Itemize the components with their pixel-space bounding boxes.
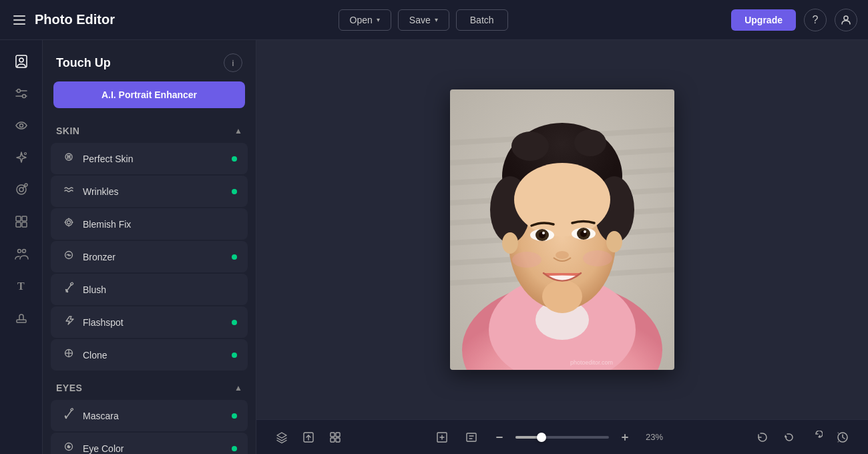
fit-screen-button[interactable] [430, 425, 454, 449]
tool-mascara[interactable]: Mascara [51, 400, 248, 431]
open-button[interactable]: Open ▾ [339, 9, 391, 31]
zoom-out-button[interactable] [489, 427, 510, 448]
upgrade-button[interactable]: Upgrade [731, 9, 796, 31]
clone-icon [61, 347, 76, 363]
actual-size-button[interactable] [459, 425, 483, 449]
svg-point-13 [25, 184, 27, 186]
svg-point-74 [583, 250, 612, 266]
redo-button[interactable] [804, 425, 828, 449]
svg-point-75 [502, 232, 518, 254]
svg-point-19 [17, 250, 21, 253]
menu-icon[interactable] [11, 13, 28, 27]
zoom-in-button[interactable] [614, 427, 636, 448]
grid-view-button[interactable] [323, 425, 347, 449]
svg-point-60 [574, 130, 606, 156]
svg-point-20 [22, 250, 25, 253]
tool-clone[interactable]: Clone [51, 339, 248, 371]
bottom-left-tools [270, 425, 347, 449]
undo-button[interactable] [777, 425, 801, 449]
sidebar-icon-target[interactable] [8, 176, 35, 203]
svg-rect-81 [336, 433, 340, 437]
svg-rect-16 [22, 216, 27, 221]
svg-rect-80 [331, 433, 335, 437]
svg-text:T: T [17, 280, 25, 292]
svg-point-43 [69, 445, 71, 447]
tool-blemish-fix[interactable]: Blemish Fix [51, 208, 248, 240]
svg-line-14 [23, 186, 25, 188]
sidebar-icon-adjustments[interactable] [8, 80, 35, 107]
zoom-slider[interactable] [515, 436, 609, 439]
svg-point-31 [68, 254, 70, 256]
layers-button[interactable] [270, 425, 294, 449]
svg-point-63 [514, 163, 610, 236]
batch-button[interactable]: Batch [456, 9, 508, 31]
topbar-right: Upgrade ? [731, 9, 857, 31]
svg-point-0 [844, 16, 848, 20]
wrinkles-dot [232, 189, 237, 194]
tool-wrinkles[interactable]: Wrinkles [51, 176, 248, 207]
svg-point-73 [512, 252, 541, 268]
bottom-center-zoom: 23% [430, 425, 668, 449]
sidebar-icon-text[interactable]: T [8, 272, 35, 299]
blush-label: Blush [83, 284, 106, 295]
perfect-skin-dot [232, 156, 237, 162]
svg-point-59 [511, 132, 549, 161]
flashspot-icon [61, 314, 76, 330]
open-chevron-icon: ▾ [377, 16, 380, 23]
svg-rect-82 [331, 438, 335, 442]
flashspot-label: Flashspot [83, 317, 124, 328]
svg-text:photoeditor.com: photoeditor.com [570, 359, 613, 366]
photo-canvas: photoeditor.com [450, 89, 674, 370]
skin-section-header[interactable]: Skin ▲ [43, 119, 256, 142]
svg-point-9 [19, 124, 23, 128]
perfect-skin-icon [61, 151, 76, 166]
sidebar-icon-layout[interactable] [8, 208, 35, 235]
panel-header: Touch Up i [43, 40, 256, 81]
wrinkles-label: Wrinkles [83, 186, 118, 197]
tool-flashspot[interactable]: Flashspot [51, 306, 248, 338]
svg-point-71 [584, 230, 586, 233]
topbar-center: Open ▾ Save ▾ Batch [115, 9, 731, 31]
eyes-section-header[interactable]: Eyes ▲ [43, 376, 256, 399]
bottom-bar: 23% [256, 419, 868, 454]
tool-bronzer[interactable]: Bronzer [51, 241, 248, 272]
export-button[interactable] [296, 425, 320, 449]
blemish-fix-label: Blemish Fix [83, 219, 131, 230]
svg-rect-15 [16, 216, 21, 221]
save-button[interactable]: Save ▾ [398, 9, 449, 31]
tool-eye-color[interactable]: Eye Color [51, 433, 248, 454]
bronzer-label: Bronzer [83, 252, 116, 262]
eyes-section-title: Eyes [56, 383, 82, 393]
svg-rect-34 [70, 282, 73, 286]
sidebar-icon-sparkle[interactable] [8, 144, 35, 171]
sidebar-icon-portrait[interactable] [8, 48, 35, 75]
blemish-fix-icon [61, 216, 76, 232]
svg-rect-83 [336, 438, 340, 442]
svg-point-57 [542, 280, 582, 313]
save-chevron-icon: ▾ [435, 16, 438, 23]
eye-color-icon [61, 441, 76, 454]
svg-rect-22 [17, 320, 26, 322]
sidebar-icon-stamp[interactable] [8, 304, 35, 331]
photo-image: photoeditor.com [450, 89, 674, 370]
panel-info-icon[interactable]: i [224, 53, 242, 72]
app-title: Photo Editor [35, 12, 115, 27]
canvas-main[interactable]: photoeditor.com [256, 40, 868, 419]
svg-point-25 [67, 221, 71, 224]
sidebar-icon-eye[interactable] [8, 112, 35, 139]
tool-perfect-skin[interactable]: Perfect Skin [51, 143, 248, 174]
bronzer-dot [232, 254, 237, 260]
svg-rect-85 [467, 433, 476, 441]
eye-color-dot [232, 446, 237, 451]
svg-rect-17 [16, 222, 21, 227]
ai-portrait-button[interactable]: A.I. Portrait Enhancer [53, 81, 245, 108]
account-icon[interactable] [835, 9, 857, 31]
sidebar-icon-people[interactable] [8, 240, 35, 267]
svg-line-33 [66, 290, 67, 292]
wrinkles-icon [61, 184, 76, 199]
history-button[interactable] [831, 425, 855, 449]
tool-blush[interactable]: Blush [51, 274, 248, 305]
reset-button[interactable] [750, 425, 775, 449]
help-icon[interactable]: ? [804, 9, 827, 31]
blush-icon [61, 282, 76, 297]
